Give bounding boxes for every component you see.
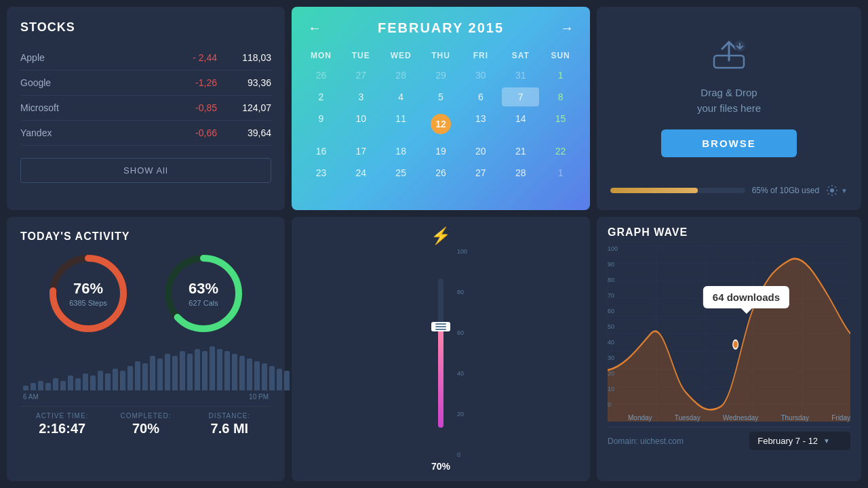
calendar-prev-button[interactable]: ← bbox=[302, 18, 327, 39]
calendar-day[interactable]: 8 bbox=[542, 87, 579, 106]
calendar-day[interactable]: 30 bbox=[462, 66, 499, 85]
stat-item: ACTIVE TIME: 2:16:47 bbox=[20, 412, 104, 436]
stock-row: Microsoft -0,85 124,07 bbox=[20, 96, 271, 121]
calendar-day[interactable]: 27 bbox=[342, 66, 380, 85]
upload-panel: Drag & Dropyour files here BROWSE 65% of… bbox=[597, 7, 861, 210]
calendar-day-header: SAT bbox=[502, 48, 539, 63]
activity-bar bbox=[98, 371, 103, 390]
calendar-title: FEBRUARY 2015 bbox=[378, 20, 504, 36]
stat-value: 7.6 MI bbox=[188, 421, 271, 436]
activity-bar bbox=[277, 369, 282, 391]
activity-bar bbox=[254, 361, 260, 390]
graph-panel: GRAPH WAVE 100 90 bbox=[597, 217, 861, 481]
slider-thumb[interactable] bbox=[431, 322, 450, 331]
stocks-title: STOCKS bbox=[20, 20, 271, 35]
graph-title: GRAPH WAVE bbox=[608, 226, 850, 239]
stat-item: COMPLETED: 70% bbox=[104, 412, 187, 436]
calendar-day[interactable]: 4 bbox=[382, 87, 420, 106]
scale-80: 80 bbox=[457, 289, 467, 296]
calendar-day-header: SUN bbox=[542, 48, 579, 63]
activity-stats: ACTIVE TIME: 2:16:47 COMPLETED: 70% DIST… bbox=[20, 406, 271, 436]
calendar-day[interactable]: 19 bbox=[422, 142, 460, 161]
stock-name: Google bbox=[20, 77, 163, 88]
calendar-day[interactable]: 31 bbox=[502, 66, 539, 85]
activity-bar bbox=[224, 351, 230, 390]
calendar-day[interactable]: 28 bbox=[502, 163, 539, 182]
cals-gauge-text: 63% 627 Cals bbox=[189, 280, 218, 307]
cals-label: 627 Cals bbox=[189, 299, 218, 307]
calendar-day[interactable]: 29 bbox=[422, 66, 460, 85]
calendar-day[interactable]: 13 bbox=[462, 109, 499, 139]
activity-bar bbox=[60, 381, 66, 390]
calendar-day[interactable]: 17 bbox=[342, 142, 380, 161]
stock-change: -0,85 bbox=[163, 102, 217, 113]
browse-button[interactable]: BROWSE bbox=[661, 129, 797, 157]
activity-bar bbox=[142, 363, 148, 390]
calendar-day-header: WED bbox=[382, 48, 420, 63]
gauges-row: 76% 6385 Steps 63% 627 Cals bbox=[20, 249, 271, 338]
thumb-line bbox=[435, 323, 446, 325]
calendar-day[interactable]: 23 bbox=[302, 163, 340, 182]
slider-track[interactable] bbox=[438, 279, 443, 428]
calendar-day[interactable]: 27 bbox=[462, 163, 499, 182]
show-all-button[interactable]: SHOW All bbox=[20, 158, 271, 183]
calendar-day-header: TUE bbox=[342, 48, 380, 63]
scale-0: 0 bbox=[457, 451, 467, 458]
steps-gauge: 76% 6385 Steps bbox=[44, 249, 132, 338]
calendar-day[interactable]: 2 bbox=[302, 87, 340, 106]
calendar-day[interactable]: 28 bbox=[382, 66, 420, 85]
stat-label: DISTANCE: bbox=[188, 412, 271, 420]
calendar-day[interactable]: 1 bbox=[542, 163, 579, 182]
calendar-next-button[interactable]: → bbox=[555, 18, 579, 39]
chart-labels: 6 AM 10 PM bbox=[20, 393, 271, 401]
activity-bar bbox=[180, 351, 185, 390]
activity-bar bbox=[31, 383, 36, 390]
storage-settings-button[interactable]: ▼ bbox=[826, 184, 848, 197]
calendar-day[interactable]: 3 bbox=[342, 87, 380, 106]
calendar-day[interactable]: 11 bbox=[382, 109, 420, 139]
calendar-day[interactable]: 6 bbox=[462, 87, 499, 106]
calendar-day[interactable]: 1 bbox=[542, 66, 579, 85]
scale-60: 60 bbox=[457, 329, 467, 336]
date-selector-wrapper[interactable]: February 7 - 12 ▼ bbox=[749, 432, 850, 450]
calendar-day[interactable]: 12 bbox=[422, 109, 460, 139]
calendar-day[interactable]: 16 bbox=[302, 142, 340, 161]
stock-price: 93,36 bbox=[231, 77, 271, 88]
scale-20: 20 bbox=[457, 411, 467, 418]
calendar-day-header: FRI bbox=[462, 48, 499, 63]
graph-svg bbox=[608, 245, 850, 422]
calendar-day[interactable]: 7 bbox=[502, 87, 539, 106]
date-dropdown[interactable]: February 7 - 12 ▼ bbox=[749, 432, 850, 450]
calendar-day[interactable]: 9 bbox=[302, 109, 340, 139]
calendar-day[interactable]: 21 bbox=[502, 142, 539, 161]
stock-row: Google -1,26 93,36 bbox=[20, 70, 271, 96]
calendar-day[interactable]: 18 bbox=[382, 142, 420, 161]
calendar-day[interactable]: 26 bbox=[302, 66, 340, 85]
upload-area: Drag & Dropyour files here BROWSE bbox=[661, 20, 797, 174]
activity-bar bbox=[45, 383, 51, 390]
stocks-list: Apple - 2,44 118,03 Google -1,26 93,36 M… bbox=[20, 45, 271, 146]
activity-bar bbox=[284, 371, 290, 390]
activity-bar bbox=[157, 359, 163, 390]
calendar-day[interactable]: 25 bbox=[382, 163, 420, 182]
stock-change: -1,26 bbox=[163, 77, 217, 88]
svg-point-2 bbox=[830, 188, 834, 192]
calendar-header: ← FEBRUARY 2015 → bbox=[302, 18, 579, 39]
calendar-day[interactable]: 22 bbox=[542, 142, 579, 161]
activity-bar bbox=[150, 356, 155, 390]
stat-item: DISTANCE: 7.6 MI bbox=[188, 412, 271, 436]
calendar-day[interactable]: 10 bbox=[342, 109, 380, 139]
stat-value: 2:16:47 bbox=[20, 421, 104, 436]
calendar-day[interactable]: 24 bbox=[342, 163, 380, 182]
cals-gauge: 63% 627 Cals bbox=[159, 249, 248, 338]
calendar-day[interactable]: 15 bbox=[542, 109, 579, 139]
calendar-day[interactable]: 26 bbox=[422, 163, 460, 182]
graph-footer: Domain: uichest.com February 7 - 12 ▼ bbox=[608, 427, 850, 450]
calendar-day[interactable]: 5 bbox=[422, 87, 460, 106]
calendar-day[interactable]: 14 bbox=[502, 109, 539, 139]
calendar-day[interactable]: 20 bbox=[462, 142, 499, 161]
calendar-grid: MONTUEWEDTHUFRISATSUN2627282930311234567… bbox=[302, 48, 579, 182]
activity-bar bbox=[135, 361, 140, 390]
activity-bar bbox=[113, 369, 118, 391]
activity-bar bbox=[262, 363, 267, 390]
